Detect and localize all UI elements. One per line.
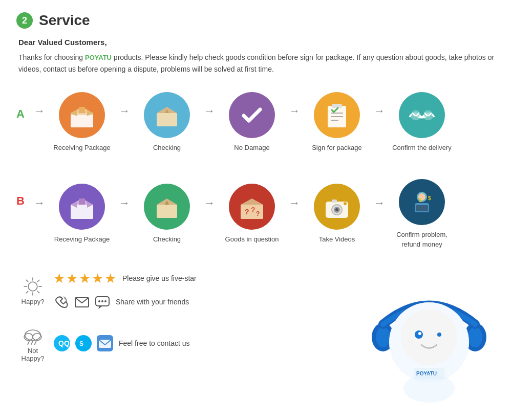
section-number: 2 [16,12,33,29]
svg-point-75 [401,309,457,365]
sun-icon [22,275,44,298]
svg-point-57 [25,330,40,340]
svg-rect-35 [332,200,337,203]
label-a-5: Confirm the delivery [392,143,452,152]
row-label-b: B [16,194,28,208]
flow-item-b-3: ? ? ? Goods in question [216,184,288,244]
mascot-svg: POYATU [368,271,490,404]
email-icon [96,335,114,352]
envelope-icon [74,294,90,310]
mascot-area: POYATU [362,271,496,404]
flow-items-a: Receiving Package → Checking → [46,92,458,152]
flow-item-b-2: Checking [131,184,203,244]
label-a-1: Receiving Package [53,143,110,152]
svg-text:$: $ [419,197,422,203]
contact-text: Feel free to contact us [119,339,190,347]
share-row: Share with your friends [53,294,197,310]
cloud-icon [22,324,44,347]
arrow-a-4: → [374,104,385,118]
nothappy-block: Not Happy? QQ S [16,324,362,362]
svg-point-81 [403,374,455,403]
phone-icon [53,294,70,310]
label-a-4: Sign for package [312,143,362,152]
stars-icons: ★★★★★ [53,271,117,286]
flow-row-b: B → Receving Package → [16,174,496,254]
intro-bold: Dear Valued Customers, [18,38,496,47]
svg-point-54 [98,300,100,302]
feedback-area: Happy? ★★★★★ Please give us five-star [16,271,362,377]
svg-point-56 [104,300,106,302]
flow-item-a-3: No Damage [216,92,288,152]
flow-item-a-2: Checking [131,92,203,152]
svg-line-49 [37,291,39,293]
label-b-5: Confirm problem,refund money [396,230,447,249]
svg-text:$: $ [428,195,431,201]
svg-line-50 [37,280,39,282]
happy-label: Happy? [22,298,45,305]
svg-line-61 [31,341,33,345]
circle-a-3 [229,92,275,138]
contact-row: QQ S [53,335,190,352]
label-a-2: Checking [153,143,181,152]
nothappy-icon-area: Not Happy? [16,324,49,362]
circle-b-1 [59,184,105,230]
circle-b-3: ? ? ? [229,184,275,230]
svg-text:?: ? [245,208,249,216]
circle-a-5 [399,92,445,138]
arrow-a-3: → [289,104,300,118]
svg-rect-22 [79,198,85,205]
svg-text:S: S [79,340,83,347]
svg-rect-5 [71,113,93,115]
flow-item-a-4: Sign for package [301,92,373,152]
happy-content: ★★★★★ Please give us five-star [53,271,197,310]
svg-rect-18 [71,205,93,219]
svg-rect-23 [157,205,177,218]
svg-point-78 [418,332,421,335]
svg-text:QQ: QQ [58,339,70,347]
nothappy-label: Not Happy? [16,347,49,362]
circle-b-5: $ $ [399,179,445,225]
circle-a-2 [144,92,190,138]
svg-point-55 [101,300,103,302]
arrow-a-start: → [34,104,45,118]
circle-b-4 [314,184,360,230]
label-b-1: Receving Package [54,235,110,244]
svg-point-77 [437,333,441,337]
svg-point-70 [376,327,390,347]
svg-point-43 [28,282,37,291]
contact-icons: QQ S [53,335,114,352]
circle-a-1 [59,92,105,138]
circle-b-2 [144,184,190,230]
intro-text: Thanks for choosing POYATU products. Ple… [18,52,496,75]
row-label-a: A [16,107,28,121]
arrow-b-start: → [34,196,45,210]
flow-item-a-1: Receiving Package [46,92,118,152]
share-text: Share with your friends [116,298,189,306]
five-star-row: ★★★★★ Please give us five-star [53,271,197,286]
svg-line-51 [26,291,28,293]
svg-marker-27 [241,198,263,205]
svg-line-48 [26,280,28,282]
svg-rect-10 [332,104,342,108]
qq-icon: QQ [53,335,71,352]
flow-item-b-1: Receving Package [46,184,118,244]
svg-rect-0 [71,113,93,127]
svg-rect-4 [79,107,85,113]
svg-text:?: ? [256,210,260,217]
page: 2 Service Dear Valued Customers, Thanks … [0,0,512,420]
intro-before-brand: Thanks for choosing [18,53,85,61]
arrow-a-2: → [204,104,215,118]
svg-rect-40 [416,205,428,211]
svg-text:?: ? [251,206,255,214]
flow-item-b-4: Take Videos [301,184,373,244]
section-title: Service [39,12,90,29]
flow-items-b: Receving Package → Checking → [46,179,458,249]
svg-rect-6 [157,113,177,126]
happy-block: Happy? ★★★★★ Please give us five-star [16,271,362,310]
arrow-a-1: → [119,104,130,118]
brand-name: POYATU [85,54,112,61]
flow-row-a: A → Receiving Package → [16,87,496,158]
svg-point-36 [344,202,347,205]
circle-a-4 [314,92,360,138]
arrow-b-3: → [289,196,300,210]
